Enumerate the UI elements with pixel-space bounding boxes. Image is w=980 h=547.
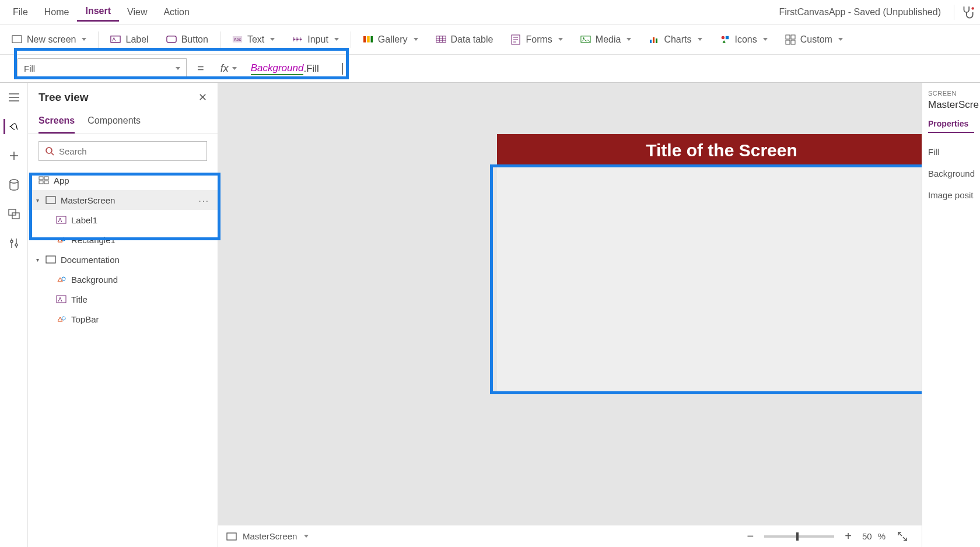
search-icon [45,146,54,156]
insert-label-button[interactable]: Label [102,31,156,48]
menu-home[interactable]: Home [36,3,78,21]
tree-node-app-label: App [54,176,69,185]
hamburger-icon[interactable] [6,90,22,105]
menu-file[interactable]: File [5,3,36,21]
svg-rect-11 [581,36,590,43]
chevron-down-icon[interactable]: ▾ [34,197,41,204]
svg-rect-1 [12,36,22,43]
insert-button-button[interactable]: Button [158,31,216,48]
tree-node-title[interactable]: Title [28,289,218,309]
svg-rect-7 [367,36,369,43]
app-checker-icon[interactable] [960,5,975,20]
property-selector[interactable]: Fill [18,58,187,79]
svg-rect-28 [39,177,43,180]
insert-text-button[interactable]: Abc Text [224,31,283,48]
media-icon [580,34,591,45]
insert-datatable-button[interactable]: Data table [428,31,502,48]
chevron-down-icon[interactable]: ▾ [34,257,41,263]
tree-node-label1[interactable]: Label1 [28,210,218,230]
more-icon[interactable]: ··· [198,195,209,205]
tree-node-background[interactable]: Background [28,269,218,289]
search-box[interactable] [38,141,207,161]
tree-node-masterscreen-label: MasterScreen [61,195,115,205]
gallery-icon [363,34,373,45]
insert-gallery-button[interactable]: Gallery [355,31,426,48]
new-screen-button[interactable]: New screen [4,31,94,48]
menu-view[interactable]: View [119,3,155,21]
fx-button[interactable]: fx [215,62,243,75]
tree-view-tabs: Screens Components [28,107,218,134]
svg-rect-13 [650,40,652,43]
formula-input[interactable]: Background.Fill [243,55,980,82]
text-cursor [342,63,343,75]
tree-node-app[interactable]: App [28,170,218,190]
datatable-icon [436,34,446,45]
prop-row-image-position[interactable]: Image posit [928,184,974,206]
svg-rect-9 [436,36,445,43]
search-input[interactable] [59,146,201,156]
app-status-text: FirstCanvasApp - Saved (Unpublished) [779,7,948,17]
input-icon [292,34,303,45]
prop-row-fill[interactable]: Fill [928,141,974,163]
insert-input-button[interactable]: Input [284,31,347,48]
insert-icons-button[interactable]: Icons [712,31,776,48]
canvas[interactable]: Title of the Screen MasterScreen − + 50 … [218,83,922,547]
main-area: Tree view ✕ Screens Components App ▾ Mas… [0,83,980,547]
formula-token-property: Fill [306,63,319,75]
equals-sign: = [187,62,215,75]
chevron-down-icon [698,38,702,41]
props-tab-properties[interactable]: Properties [928,119,974,133]
tree-node-masterscreen[interactable]: ▾ MasterScreen ··· [28,190,218,210]
tab-components[interactable]: Components [88,112,141,134]
svg-point-34 [62,237,65,241]
advanced-tools-icon[interactable] [6,236,22,251]
insert-charts-button[interactable]: Charts [640,31,710,48]
svg-rect-30 [39,181,43,184]
close-icon[interactable]: ✕ [198,91,207,104]
insert-media-button[interactable]: Media [572,31,640,48]
media-panel-icon[interactable] [6,206,22,222]
svg-point-16 [721,36,724,39]
status-current-screen[interactable]: MasterScreen [243,531,297,541]
menu-action[interactable]: Action [155,3,197,21]
chevron-down-icon[interactable] [304,535,309,538]
svg-rect-20 [786,40,790,44]
data-icon[interactable] [6,177,22,192]
formula-token-reference: Background [251,62,304,75]
add-icon[interactable] [6,148,22,163]
property-selector-value: Fill [24,64,35,73]
menu-insert[interactable]: Insert [77,2,119,22]
tree-node-documentation[interactable]: ▾ Documentation [28,250,218,269]
tree-node-topbar[interactable]: TopBar [28,309,218,329]
zoom-in-button[interactable]: + [840,530,856,543]
chevron-down-icon [414,38,418,41]
insert-forms-button[interactable]: Forms [502,31,570,48]
status-bar: MasterScreen − + 50 % [218,525,922,547]
tab-screens[interactable]: Screens [38,112,75,134]
insert-text-label: Text [247,34,264,45]
zoom-out-button[interactable]: − [743,530,759,543]
svg-text:Abc: Abc [234,37,242,42]
insert-datatable-label: Data table [451,34,494,45]
svg-rect-6 [363,36,366,43]
chevron-down-icon [176,67,180,70]
fit-to-window-icon[interactable] [891,531,914,542]
svg-rect-37 [57,296,66,303]
screen-icon [46,255,56,264]
prop-row-background[interactable]: Background [928,163,974,184]
canvas-title-label[interactable]: Title of the Screen [646,141,797,160]
custom-icon [785,34,796,45]
shape-icon [56,275,66,283]
insert-custom-button[interactable]: Custom [777,31,851,48]
selection-outline [490,164,922,394]
chevron-down-icon [626,38,631,41]
tree-view-tab-icon[interactable] [4,119,19,134]
chevron-down-icon [82,38,86,41]
insert-forms-label: Forms [526,34,552,45]
tree-node-label1-label: Label1 [71,215,97,225]
button-icon [166,34,177,45]
zoom-slider[interactable] [764,535,834,538]
tree-node-rectangle1[interactable]: Rectangle1 [28,230,218,250]
canvas-topbar[interactable]: Title of the Screen [497,134,922,167]
chevron-down-icon [334,38,339,41]
